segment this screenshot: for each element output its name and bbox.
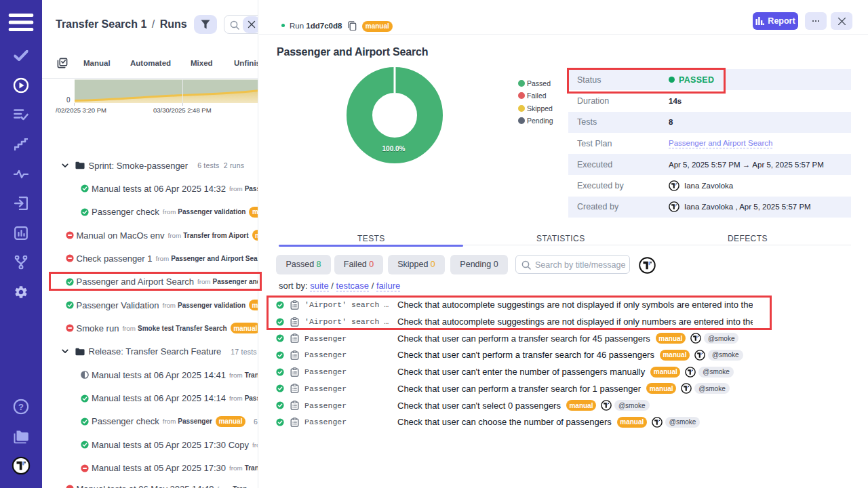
svg-text:100.0%: 100.0% — [382, 145, 406, 152]
svg-text:?: ? — [18, 402, 24, 412]
